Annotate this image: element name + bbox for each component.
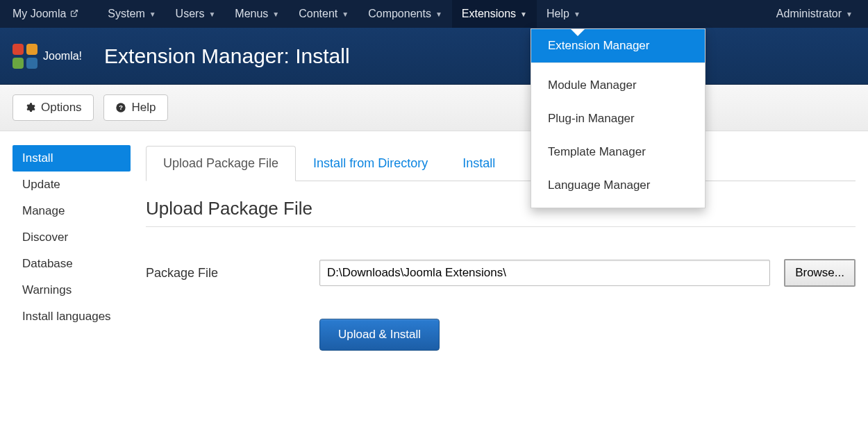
package-file-input[interactable] [319, 260, 770, 286]
menu-menus[interactable]: Menus▼ [225, 0, 289, 28]
help-icon: ? [115, 102, 126, 113]
caret-down-icon: ▼ [435, 10, 442, 18]
menu-content[interactable]: Content▼ [289, 0, 358, 28]
caret-down-icon: ▼ [149, 10, 156, 18]
menu-extensions[interactable]: Extensions▼ [452, 0, 537, 28]
caret-down-icon: ▼ [520, 10, 527, 18]
dropdown-item-language-manager[interactable]: Language Manager [531, 169, 705, 202]
sidebar-item-discover[interactable]: Discover [12, 224, 131, 251]
options-button-label: Options [41, 101, 82, 115]
sidebar-item-warnings[interactable]: Warnings [12, 277, 131, 303]
panel-heading: Upload Package File [146, 198, 856, 219]
package-file-row: Package File Browse... [146, 259, 856, 287]
caret-down-icon: ▼ [272, 10, 279, 18]
extensions-dropdown: Extension Manager Module Manager Plug-in… [531, 28, 706, 208]
tabs: Upload Package File Install from Directo… [146, 145, 856, 181]
upload-install-button[interactable]: Upload & Install [319, 319, 440, 351]
sidebar-item-manage[interactable]: Manage [12, 198, 131, 224]
dropdown-item-extension-manager[interactable]: Extension Manager [531, 29, 705, 62]
sidebar-item-update[interactable]: Update [12, 172, 131, 198]
options-button[interactable]: Options [12, 94, 94, 121]
menu-components[interactable]: Components▼ [358, 0, 452, 28]
joomla-wordmark: Joomla! [43, 50, 82, 62]
package-file-label: Package File [146, 266, 306, 281]
sidebar: Install Update Manage Discover Database … [12, 145, 131, 330]
tab-panel-upload: Upload Package File Package File Browse.… [146, 181, 856, 351]
browse-button[interactable]: Browse... [784, 259, 856, 287]
external-link-icon [70, 9, 78, 19]
tab-upload-package[interactable]: Upload Package File [146, 146, 296, 181]
top-navbar: My Joomla System▼ Users▼ Menus▼ Content▼… [0, 0, 868, 28]
main-menu: System▼ Users▼ Menus▼ Content▼ Component… [98, 0, 773, 28]
svg-text:?: ? [119, 104, 123, 111]
panel-divider [146, 226, 856, 227]
dropdown-item-module-manager[interactable]: Module Manager [531, 69, 705, 102]
menu-system[interactable]: System▼ [98, 0, 165, 28]
sidebar-item-install-languages[interactable]: Install languages [12, 303, 131, 330]
joomla-mark-icon [12, 44, 37, 69]
help-button[interactable]: ? Help [103, 94, 168, 121]
help-button-label: Help [132, 101, 156, 115]
content-body: Install Update Manage Discover Database … [0, 131, 868, 365]
main-panel: Upload Package File Install from Directo… [146, 145, 856, 351]
user-menu-label: Administrator [776, 8, 842, 20]
menu-help[interactable]: Help▼ [537, 0, 590, 28]
dropdown-item-template-manager[interactable]: Template Manager [531, 135, 705, 169]
page-title: Extension Manager: Install [104, 44, 350, 68]
page-header: Joomla! Extension Manager: Install [0, 28, 868, 85]
menu-users[interactable]: Users▼ [166, 0, 226, 28]
gear-icon [24, 102, 35, 113]
tab-install-from-url[interactable]: Install [445, 146, 512, 181]
tab-install-from-directory[interactable]: Install from Directory [296, 146, 445, 181]
caret-down-icon: ▼ [342, 10, 349, 18]
user-menu[interactable]: Administrator ▼ [774, 8, 856, 20]
caret-down-icon: ▼ [208, 10, 215, 18]
caret-down-icon: ▼ [574, 10, 581, 18]
toolbar: Options ? Help [0, 85, 868, 131]
brand-label: My Joomla [12, 8, 66, 20]
sidebar-item-database[interactable]: Database [12, 251, 131, 277]
brand-link[interactable]: My Joomla [12, 8, 78, 20]
sidebar-item-install[interactable]: Install [12, 145, 131, 172]
caret-down-icon: ▼ [846, 10, 853, 18]
joomla-logo: Joomla! [12, 44, 82, 69]
dropdown-item-plugin-manager[interactable]: Plug-in Manager [531, 102, 705, 135]
